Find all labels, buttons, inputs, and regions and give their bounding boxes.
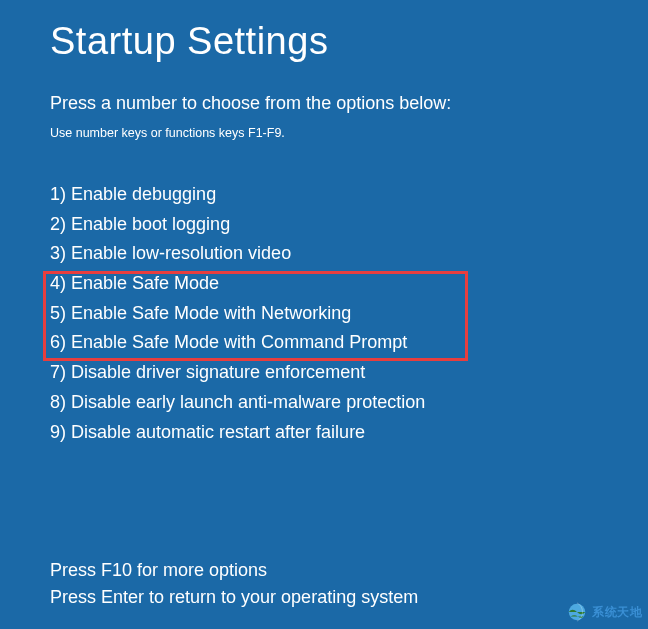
watermark: 系统天地	[566, 601, 642, 623]
instruction-hint: Use number keys or functions keys F1-F9.	[50, 126, 598, 140]
option-enable-safe-mode-networking[interactable]: 5) Enable Safe Mode with Networking	[50, 299, 598, 329]
footer-more-options: Press F10 for more options	[50, 557, 598, 584]
footer-return: Press Enter to return to your operating …	[50, 584, 598, 611]
watermark-text: 系统天地	[592, 604, 642, 621]
option-enable-safe-mode-command-prompt[interactable]: 6) Enable Safe Mode with Command Prompt	[50, 328, 598, 358]
option-disable-auto-restart[interactable]: 9) Disable automatic restart after failu…	[50, 418, 598, 448]
instruction-subtitle: Press a number to choose from the option…	[50, 93, 598, 114]
globe-icon	[566, 601, 588, 623]
option-enable-debugging[interactable]: 1) Enable debugging	[50, 180, 598, 210]
option-enable-boot-logging[interactable]: 2) Enable boot logging	[50, 210, 598, 240]
option-enable-low-resolution-video[interactable]: 3) Enable low-resolution video	[50, 239, 598, 269]
option-disable-anti-malware[interactable]: 8) Disable early launch anti-malware pro…	[50, 388, 598, 418]
option-enable-safe-mode[interactable]: 4) Enable Safe Mode	[50, 269, 598, 299]
startup-settings-screen: Startup Settings Press a number to choos…	[0, 0, 648, 611]
options-list: 1) Enable debugging 2) Enable boot loggi…	[50, 180, 598, 447]
option-disable-driver-signature[interactable]: 7) Disable driver signature enforcement	[50, 358, 598, 388]
page-title: Startup Settings	[50, 20, 598, 63]
